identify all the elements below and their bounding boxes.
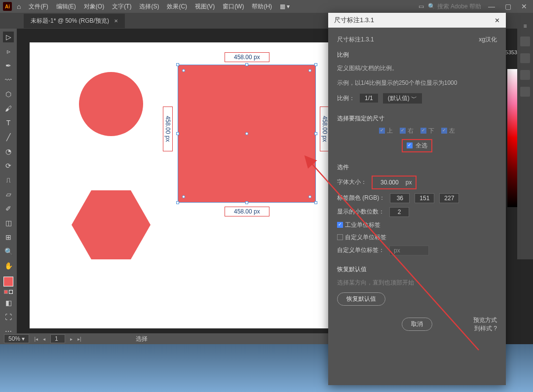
select-all-checkbox[interactable]: 全选 — [402, 139, 432, 152]
share-icon[interactable]: ▭ — [419, 3, 424, 10]
side-right-checkbox[interactable]: 右 — [400, 127, 414, 135]
reset-button[interactable]: 恢复默认值 — [337, 292, 385, 306]
menu-object[interactable]: 对象(O) — [81, 2, 107, 11]
ratio-default-select[interactable]: (默认值) ﹀ — [383, 93, 422, 104]
section-scale-title: 比例 — [337, 51, 497, 59]
rotate-tool[interactable]: ⟳ — [3, 160, 14, 171]
panel-icon[interactable] — [520, 36, 530, 46]
anchor-point[interactable] — [308, 195, 311, 198]
zoom-select[interactable]: 50% ▾ — [4, 334, 29, 343]
anchor-point[interactable] — [308, 69, 311, 72]
last-artboard-icon[interactable]: ▸| — [77, 336, 81, 342]
selection-handle[interactable] — [176, 201, 179, 204]
ratio-label: 比例： — [337, 94, 355, 103]
screen-mode-icon[interactable]: ⛶ — [3, 312, 14, 322]
document-tab[interactable]: 未标题-1* @ 50% (RGB/预览) ✕ — [24, 14, 125, 28]
tab-close-icon[interactable]: ✕ — [114, 18, 118, 24]
side-left-checkbox[interactable]: 左 — [441, 127, 455, 135]
side-bottom-checkbox[interactable]: 下 — [420, 127, 434, 135]
toolbox: ▷ ▹ ✒ 〰 ⬡ 🖌 T ╱ ◔ ⟳ ⎍ ▱ ✐ ◫ ⊞ 🔍 ✋ ◧ ⛶ ⋯ — [0, 29, 17, 344]
section-options-title: 选件 — [337, 163, 497, 172]
prev-artboard-icon[interactable]: ◂ — [43, 336, 45, 342]
fill-swatch[interactable] — [3, 277, 13, 286]
font-size-unit: px — [406, 179, 412, 186]
ratio-value[interactable]: 1/1 — [360, 94, 378, 103]
shape-circle[interactable] — [79, 72, 143, 136]
shape-hexagon[interactable] — [72, 190, 151, 259]
menu-help[interactable]: 帮助(H) — [249, 2, 275, 11]
menu-file[interactable]: 文件(F) — [26, 2, 51, 11]
menu-edit[interactable]: 编辑(E) — [53, 2, 79, 11]
color-r-input[interactable]: 36 — [390, 193, 410, 203]
menu-window[interactable]: 窗口(W) — [220, 2, 247, 11]
side-top-checkbox[interactable]: 上 — [379, 127, 393, 135]
font-size-label: 字体大小： — [337, 178, 367, 186]
workspace-switcher-icon[interactable]: ▦ ▾ — [277, 3, 293, 10]
panel-icon[interactable] — [520, 70, 530, 80]
mini-swatch[interactable] — [4, 290, 8, 294]
window-close-icon[interactable]: ✕ — [518, 2, 530, 10]
color-spectrum[interactable] — [507, 69, 517, 207]
panel-close-icon[interactable]: ✕ — [495, 17, 500, 24]
rectangle-tool[interactable]: ⬡ — [3, 89, 14, 100]
width-tool[interactable]: ⎍ — [3, 175, 14, 185]
panel-menu-icon[interactable]: ≡ — [523, 23, 527, 30]
status-bar: 50% ▾ |◂ ◂ 1 ▸ ▸| 选择 — [0, 333, 328, 344]
artboard-number[interactable]: 1 — [50, 334, 65, 343]
search-box[interactable]: 🔍 搜索 Adobe 帮助 — [428, 2, 481, 11]
eyedropper-tool[interactable]: ✐ — [3, 203, 14, 214]
artboard: 458.00 px 458.00 px 458.00 px 458.00 px — [30, 42, 341, 328]
dimension-label-top: 458.00 px — [225, 52, 269, 62]
anchor-point[interactable] — [182, 195, 185, 198]
hand-tool[interactable]: ✋ — [3, 260, 14, 271]
mini-swatch-none[interactable] — [9, 290, 13, 294]
font-size-input[interactable]: 30.000 — [377, 178, 403, 187]
center-point[interactable] — [245, 132, 248, 135]
gradient-tool[interactable]: ◫ — [3, 217, 14, 228]
line-tool[interactable]: ╱ — [3, 132, 14, 143]
color-b-input[interactable]: 227 — [439, 193, 459, 203]
curvature-tool[interactable]: 〰 — [3, 74, 14, 85]
type-tool[interactable]: T — [3, 117, 14, 128]
shape-square-selected[interactable] — [178, 65, 316, 203]
menu-effect[interactable]: 效果(C) — [164, 2, 190, 11]
reset-desc: 选择某方向，直到也顶部开始 — [337, 278, 497, 287]
next-artboard-icon[interactable]: ▸ — [70, 336, 73, 342]
font-size-field-highlight: 30.000 px — [372, 176, 417, 189]
decimals-label: 显示的小数位数： — [337, 208, 384, 216]
color-label: 标签颜色 (RGB)： — [337, 194, 385, 202]
anchor-point[interactable] — [182, 69, 185, 72]
panel-icon[interactable] — [520, 53, 530, 63]
artboard-tool[interactable]: ⊞ — [3, 232, 14, 243]
selection-handle[interactable] — [245, 201, 248, 204]
selection-handle[interactable] — [245, 63, 248, 66]
selection-handle[interactable] — [314, 132, 317, 135]
color-g-input[interactable]: 151 — [415, 193, 434, 203]
panel-icon[interactable] — [520, 87, 530, 97]
brush-tool[interactable]: 🖌 — [3, 103, 14, 114]
menu-view[interactable]: 视图(V) — [192, 2, 218, 11]
window-maximize-icon[interactable]: ▢ — [502, 2, 514, 10]
menu-type[interactable]: 文字(T) — [109, 2, 134, 11]
decimals-input[interactable]: 2 — [389, 207, 409, 217]
selection-tool[interactable]: ▷ — [3, 32, 14, 42]
selection-handle[interactable] — [176, 132, 179, 135]
pen-tool[interactable]: ✒ — [3, 60, 14, 71]
custom-unit-checkbox[interactable]: 自定义单位标签 — [337, 233, 386, 242]
home-icon[interactable]: ⌂ — [14, 2, 24, 10]
direct-selection-tool[interactable]: ▹ — [3, 46, 14, 57]
industrial-unit-checkbox[interactable]: 工业单位标签 — [337, 221, 381, 229]
dimension-label-left: 458.00 px — [163, 107, 173, 151]
draw-mode-icon[interactable]: ◧ — [3, 297, 14, 308]
zoom-tool[interactable]: 🔍 — [3, 246, 14, 257]
document-title: 未标题-1* @ 50% (RGB/预览) — [31, 17, 109, 25]
selection-handle[interactable] — [314, 63, 317, 66]
free-transform-tool[interactable]: ▱ — [3, 189, 14, 200]
selection-handle[interactable] — [176, 63, 179, 66]
cancel-button[interactable]: 取消 — [402, 318, 432, 331]
first-artboard-icon[interactable]: |◂ — [34, 336, 38, 342]
shape-builder-tool[interactable]: ◔ — [3, 146, 14, 157]
menu-select[interactable]: 选择(S) — [136, 2, 162, 11]
window-minimize-icon[interactable]: — — [485, 2, 498, 10]
selection-handle[interactable] — [314, 201, 317, 204]
